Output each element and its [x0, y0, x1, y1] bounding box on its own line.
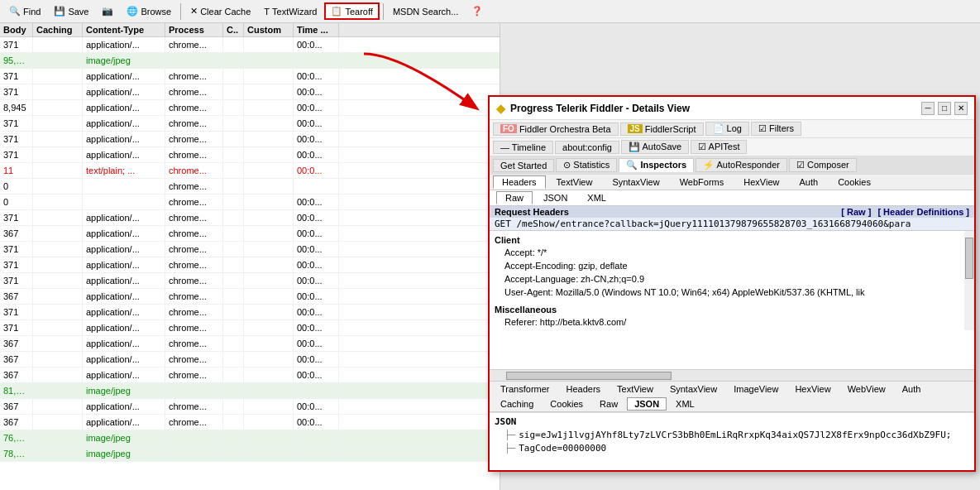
bottom-tab-imageview[interactable]: ImageView: [726, 382, 786, 396]
table-row[interactable]: 0chrome...00:0...: [0, 195, 500, 210]
table-row[interactable]: 367application/...chrome...00:0...: [0, 289, 500, 305]
table-row[interactable]: 371application/...chrome...00:0...: [0, 210, 500, 226]
aboutconfig-btn[interactable]: about:config: [555, 141, 619, 154]
table-row[interactable]: 371application/...chrome...00:0...: [0, 132, 500, 147]
table-row[interactable]: 367application/...chrome...00:0...: [0, 336, 500, 352]
request-url: GET /meShow/entrance?callback=jQuery1111…: [490, 218, 974, 231]
raw-json-tabs: Raw JSON XML: [490, 190, 974, 206]
request-content[interactable]: Client Accept: */* Accept-Encoding: gzip…: [490, 231, 974, 369]
filters-btn[interactable]: ☑ Filters: [751, 122, 801, 136]
table-cell: 371: [0, 147, 33, 162]
minimize-button[interactable]: ─: [921, 102, 935, 115]
statistics-tab[interactable]: ⊙ Statistics: [556, 158, 617, 172]
raw-link[interactable]: [ Raw ]: [841, 207, 871, 217]
table-row[interactable]: 371application/...chrome...00:0...: [0, 116, 500, 132]
autosave-btn[interactable]: 💾 AutoSave: [621, 140, 689, 154]
bottom-tab-auth[interactable]: Auth: [895, 382, 929, 396]
table-row[interactable]: 367application/...chrome...00:0...: [0, 352, 500, 368]
upper-tab-cookies[interactable]: Cookies: [829, 175, 880, 189]
get-started-tab[interactable]: Get Started: [493, 159, 554, 172]
table-row[interactable]: 371application/...chrome...00:0...: [0, 320, 500, 336]
table-row[interactable]: 367application/...chrome...00:0...: [0, 399, 500, 415]
bottom-tab-json[interactable]: JSON: [627, 397, 667, 411]
inspectors-tab[interactable]: 🔍 Inspectors: [619, 158, 694, 172]
log-btn[interactable]: 📄 Log: [705, 122, 749, 136]
upper-tab-syntaxview[interactable]: SyntaxView: [603, 175, 668, 189]
table-row[interactable]: 95,176image/jpeg: [0, 53, 500, 69]
table-row[interactable]: 78,957image/jpeg: [0, 446, 500, 462]
bottom-tab-headers[interactable]: Headers: [559, 382, 609, 396]
horizontal-scrollbar[interactable]: [490, 369, 974, 381]
upper-tab-textview[interactable]: TextView: [547, 175, 602, 189]
sessions-table: Body Caching Content-Type Process C.. Cu…: [0, 23, 500, 490]
browse-button[interactable]: 🌐 Browse: [121, 3, 177, 19]
separator2: [383, 3, 384, 20]
table-cell: [244, 116, 294, 131]
capture-button[interactable]: 📷: [96, 3, 119, 19]
raw-tab[interactable]: Raw: [496, 191, 533, 204]
table-row[interactable]: 371application/...chrome...00:0...: [0, 257, 500, 273]
upper-tab-hexview[interactable]: HexView: [734, 175, 788, 189]
find-icon: 🔍: [9, 6, 21, 17]
fiddlerscript-btn[interactable]: JS FiddlerScript: [620, 122, 704, 136]
table-row[interactable]: 81,444image/jpeg: [0, 383, 500, 399]
table-row[interactable]: 371application/...chrome...00:0...: [0, 69, 500, 84]
table-row[interactable]: 76,678image/jpeg: [0, 430, 500, 446]
table-row[interactable]: 367application/...chrome...00:0...: [0, 226, 500, 242]
table-row[interactable]: 8,945application/...chrome...00:0...: [0, 100, 500, 116]
accept-language-line: Accept-Language: zh-CN,zh;q=0.9: [495, 272, 969, 286]
json-line-1: sig=eJw1j1lvgjAYhf8Lty7zLVCrS3bBh0EmLiRq…: [504, 429, 969, 442]
apitest-btn[interactable]: ☑ APITest: [691, 140, 747, 154]
bottom-tab-textview[interactable]: TextView: [610, 382, 661, 396]
table-cell: chrome...: [165, 226, 223, 241]
upper-tab-auth[interactable]: Auth: [791, 175, 828, 189]
header-defs-link[interactable]: [ Header Definitions ]: [877, 207, 969, 217]
textwizard-button[interactable]: T TextWizard: [258, 4, 323, 19]
close-button[interactable]: ✕: [954, 102, 968, 115]
upper-tab-webforms[interactable]: WebForms: [671, 175, 734, 189]
table-row[interactable]: 371application/...chrome...00:0...: [0, 37, 500, 53]
bottom-tab-cookies[interactable]: Cookies: [543, 397, 590, 411]
request-headers-bar: Request Headers [ Raw ] [ Header Definit…: [490, 206, 974, 218]
clear-cache-button[interactable]: ✕ Clear Cache: [184, 3, 256, 19]
horiz-thumb[interactable]: [506, 372, 672, 380]
table-row[interactable]: 367application/...chrome...00:0...: [0, 368, 500, 383]
bottom-tab-syntaxview[interactable]: SyntaxView: [662, 382, 724, 396]
table-cell: [33, 336, 83, 351]
msdn-button[interactable]: MSDN Search...: [387, 4, 464, 19]
table-row[interactable]: 371application/...chrome...00:0...: [0, 84, 500, 100]
bottom-tab-caching[interactable]: Caching: [493, 397, 541, 411]
table-row[interactable]: 367application/...chrome...00:0...: [0, 415, 500, 430]
maximize-button[interactable]: □: [938, 102, 951, 115]
json-tab[interactable]: JSON: [534, 191, 576, 204]
table-row[interactable]: 371application/...chrome...00:0...: [0, 305, 500, 320]
table-cell: application/...: [83, 242, 165, 257]
table-row[interactable]: 371application/...chrome...00:0...: [0, 273, 500, 289]
timeline-btn[interactable]: — Timeline: [493, 141, 553, 154]
upper-tab-headers[interactable]: Headers: [493, 175, 546, 189]
table-row[interactable]: 0chrome...: [0, 179, 500, 195]
fiddler-orchestra-btn[interactable]: FO Fiddler Orchestra Beta: [493, 122, 619, 136]
autoresponder-tab[interactable]: ⚡ AutoResponder: [696, 158, 787, 172]
scroll-thumb[interactable]: [965, 238, 973, 279]
tearoff-button[interactable]: 📋 Tearoff: [324, 2, 379, 20]
composer-tab[interactable]: ☑ Composer: [789, 158, 857, 172]
table-cell: [223, 352, 244, 367]
table-row[interactable]: 371application/...chrome...00:0...: [0, 147, 500, 163]
table-row[interactable]: 371application/...chrome...00:0...: [0, 242, 500, 257]
table-cell: [223, 147, 244, 162]
bottom-tab-transformer[interactable]: Transformer: [493, 382, 557, 396]
xml-tab[interactable]: XML: [578, 191, 615, 204]
table-cell: 00:0...: [294, 84, 339, 99]
table-row[interactable]: 11text/plain; ...chrome...00:0...: [0, 163, 500, 179]
bottom-tab-xml[interactable]: XML: [668, 397, 702, 411]
help-button[interactable]: ❓: [466, 3, 489, 19]
find-button[interactable]: 🔍 Find: [3, 3, 46, 19]
table-cell: 371: [0, 242, 33, 257]
save-button[interactable]: 💾 Save: [48, 3, 94, 19]
bottom-tab-raw[interactable]: Raw: [592, 397, 625, 411]
table-cell: [244, 399, 294, 414]
bottom-tab-hexview[interactable]: HexView: [787, 382, 838, 396]
right-scrollbar[interactable]: [964, 231, 974, 330]
bottom-tab-webview[interactable]: WebView: [840, 382, 893, 396]
